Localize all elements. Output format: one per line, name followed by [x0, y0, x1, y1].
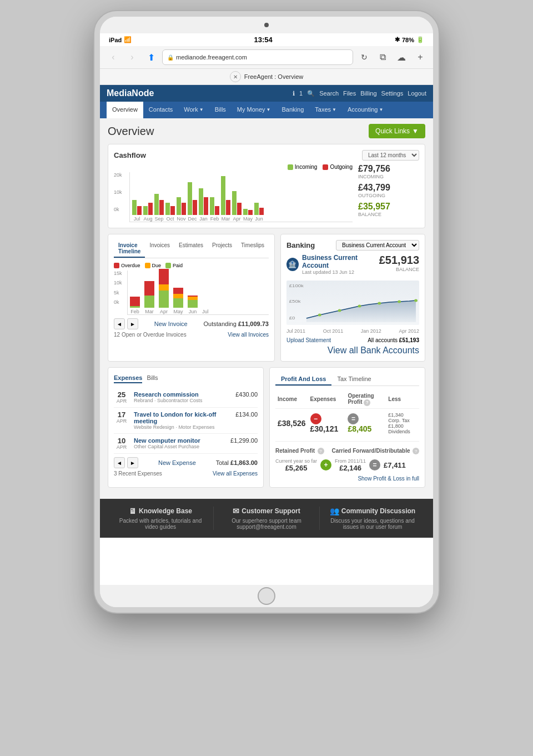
- outgoing-label: Outgoing: [330, 164, 353, 170]
- settings-link[interactable]: Settings: [381, 90, 404, 97]
- show-pnl-full-link[interactable]: Show Profit & Loss in full: [358, 475, 419, 482]
- balance-stat: £35,957 BALANCE: [358, 202, 419, 217]
- view-all-expenses-link[interactable]: View all Expenses: [213, 470, 258, 477]
- inv-bar-paid: [173, 298, 183, 308]
- bar-outgoing: [237, 203, 242, 215]
- nav-overview[interactable]: Overview: [107, 102, 143, 118]
- upload-statement-button[interactable]: Upload Statement: [286, 337, 331, 343]
- cashflow-stats: £79,756 INCOMING £43,799 OUTGOING £35,95…: [358, 164, 419, 222]
- invoice-next-button[interactable]: ►: [127, 318, 138, 329]
- nav-bills[interactable]: Bills: [209, 102, 232, 118]
- view-all-bank-link[interactable]: View all Bank Accounts: [328, 346, 419, 355]
- chart-x-label: May: [243, 216, 253, 222]
- ipad-top-bar: [100, 17, 433, 33]
- tab-timeslips[interactable]: Timeslips: [237, 240, 269, 258]
- tab-bills[interactable]: Bills: [147, 373, 158, 383]
- bank-dot: [338, 309, 341, 312]
- close-tab-button[interactable]: ✕: [230, 71, 241, 82]
- work-dropdown-arrow: ▼: [199, 107, 204, 112]
- y-label-0k: 0k: [114, 207, 122, 212]
- footer-knowledge-base: 🖥 Knowledge Base Packed with articles, t…: [108, 507, 214, 530]
- nav-banking[interactable]: Banking: [276, 102, 310, 118]
- home-button[interactable]: [258, 587, 275, 605]
- expense-nav: ◄ ► New Expense Total £1,863.00: [114, 457, 258, 468]
- expense-name[interactable]: New computer monitor: [134, 437, 226, 444]
- op-profit-help-icon[interactable]: ?: [364, 399, 370, 406]
- time-display: 13:54: [254, 36, 272, 44]
- expense-name[interactable]: Research commission: [134, 391, 231, 398]
- new-invoice-button[interactable]: New Invoice: [154, 321, 188, 327]
- forward-button[interactable]: ›: [124, 49, 140, 65]
- nav-contacts[interactable]: Contacts: [143, 102, 178, 118]
- expense-name[interactable]: Travel to London for kick-off meeting: [134, 411, 231, 424]
- invoice-month-group: May: [173, 288, 183, 314]
- inv-bar-due: [159, 284, 169, 291]
- retained-help-icon[interactable]: ?: [318, 448, 324, 454]
- battery-icon: 🔋: [416, 36, 424, 43]
- tab-expenses[interactable]: Expenses: [114, 373, 142, 383]
- bank-dot: [414, 299, 418, 302]
- tab-projects[interactable]: Projects: [208, 240, 237, 258]
- tab-invoices[interactable]: Invoices: [145, 240, 174, 258]
- bar-outgoing: [182, 203, 186, 215]
- bar-incoming: [165, 203, 170, 215]
- back-button[interactable]: ‹: [105, 49, 121, 65]
- expense-amount: £430.00: [235, 391, 258, 398]
- tab-estimates[interactable]: Estimates: [174, 240, 208, 258]
- nav-work[interactable]: Work ▼: [178, 102, 209, 118]
- invoice-prev-button[interactable]: ◄: [114, 318, 125, 329]
- reload-button[interactable]: ↻: [356, 49, 372, 65]
- chart-x-label: Oct: [166, 216, 174, 222]
- expense-date-month: APR: [114, 398, 129, 404]
- new-tab-button[interactable]: +: [413, 50, 428, 64]
- paid-legend: Paid: [165, 263, 183, 268]
- expense-amount: £1,299.00: [230, 437, 258, 444]
- banking-title: Banking: [286, 241, 315, 249]
- quick-links-button[interactable]: Quick Links ▼: [369, 124, 425, 138]
- carried-help-icon[interactable]: ?: [413, 448, 419, 454]
- search-link[interactable]: Search: [319, 90, 339, 97]
- view-all-invoices-link[interactable]: View all Invoices: [228, 332, 269, 338]
- nav-my-money[interactable]: My Money ▼: [232, 102, 276, 118]
- inv-bar-overdue: [173, 288, 183, 294]
- tab-invoice-timeline[interactable]: Invoice Timeline: [114, 240, 145, 258]
- cashflow-bars: JulAugSepOctNovDecJanFebMarAprMayJun: [129, 172, 353, 222]
- tab-tax-timeline[interactable]: Tax Timeline: [331, 373, 376, 385]
- inv-x-label: Mar: [145, 309, 154, 314]
- cs-email[interactable]: support@freeagent.com: [237, 524, 296, 530]
- bar-outgoing: [215, 206, 219, 215]
- files-link[interactable]: Files: [343, 90, 356, 97]
- bar-outgoing: [137, 206, 142, 215]
- banking-chart: £100k £50k £0: [286, 281, 419, 325]
- nav-accounting[interactable]: Accounting ▼: [342, 102, 389, 118]
- cashflow-period-select[interactable]: Last 12 months: [362, 150, 419, 161]
- billing-link[interactable]: Billing: [360, 90, 376, 97]
- retained-equals-operator: =: [369, 459, 380, 470]
- pnl-income: £38,526: [275, 408, 308, 438]
- search-icon[interactable]: 🔍: [307, 90, 315, 97]
- incoming-stat: £79,756 INCOMING: [358, 164, 419, 179]
- banking-account-select[interactable]: Business Current Account: [336, 240, 419, 251]
- expense-item: 25 APR Research commission Rebrand · Sub…: [114, 388, 258, 408]
- url-bar[interactable]: 🔒 medianode.freeagent.com: [162, 49, 353, 65]
- cashflow-month-group: May: [243, 209, 253, 222]
- logout-link[interactable]: Logout: [408, 90, 426, 97]
- nav-taxes[interactable]: Taxes ▼: [309, 102, 342, 118]
- tab-pnl[interactable]: Profit And Loss: [275, 373, 331, 385]
- share-button[interactable]: ⬆: [143, 49, 159, 65]
- new-expense-button[interactable]: New Expense: [158, 459, 196, 466]
- reader-button[interactable]: ⧉: [375, 50, 390, 64]
- bar-incoming: [188, 182, 192, 215]
- expenses-card: Expenses Bills 25 APR Research commissio…: [108, 367, 264, 488]
- expense-item: 10 APR New computer monitor Other Capita…: [114, 434, 258, 454]
- banking-last-updated: Last updated 13 Jun 12: [302, 269, 379, 275]
- invoice-nav-arrows: ◄ ►: [114, 318, 138, 329]
- expense-next-button[interactable]: ►: [127, 457, 138, 468]
- expense-prev-button[interactable]: ◄: [114, 457, 125, 468]
- taxes-dropdown-arrow: ▼: [332, 107, 336, 112]
- cloud-button[interactable]: ☁: [394, 50, 409, 64]
- chart-x-label: Sep: [154, 216, 163, 222]
- outgoing-amount: £43,799: [358, 183, 419, 193]
- banking-account-name: Business Current Account: [302, 254, 379, 269]
- bank-label-apr: Apr 2012: [399, 328, 419, 334]
